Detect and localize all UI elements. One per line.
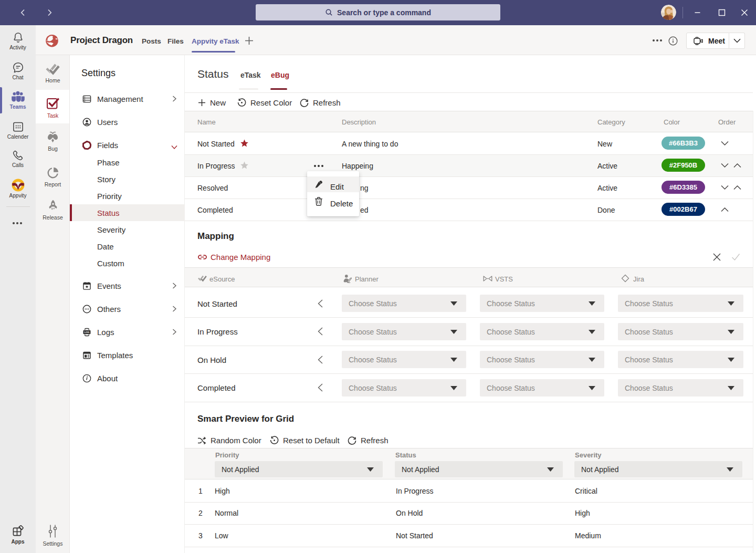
svg-text:LOG: LOG [85, 331, 90, 333]
